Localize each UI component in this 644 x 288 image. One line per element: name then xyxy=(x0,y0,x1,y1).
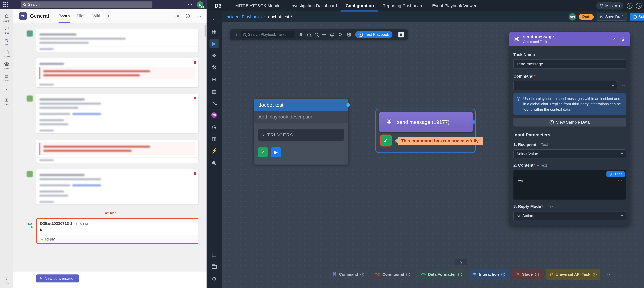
editor-avatar[interactable]: NW xyxy=(569,13,576,21)
reply-row[interactable] xyxy=(36,128,198,133)
sidebar-automation-icon[interactable]: ⚡ xyxy=(210,146,219,156)
user-profile-icon[interactable] xyxy=(636,3,642,9)
channel-info-icon[interactable] xyxy=(185,14,190,19)
help-icon[interactable]: ? xyxy=(458,272,462,276)
help-info-icon[interactable]: i xyxy=(627,3,632,9)
channel-more-icon[interactable]: ⋯ xyxy=(196,13,201,19)
help-icon[interactable]: ? xyxy=(360,272,364,276)
playbook-canvas[interactable]: ⠿ + − ✛ ⟳ ▶ Test Playbook xyxy=(222,22,644,288)
palette-universal-api-task[interactable]: ⇄ Universal API Task ? xyxy=(546,269,600,280)
bot-author[interactable]: D3Bot20230713-1 xyxy=(40,221,72,226)
zoom-out-icon[interactable]: − xyxy=(314,33,318,36)
new-conversation-button[interactable]: ✎ New conversation xyxy=(36,274,79,282)
sidebar-folder-icon[interactable] xyxy=(210,262,219,271)
nav-item-mitre-attck-monitor[interactable]: MITRE ATT&CK Monitor xyxy=(231,0,286,12)
sidebar-home-icon[interactable]: ⌂ xyxy=(210,15,219,24)
tab-wiki[interactable]: Wiki xyxy=(92,9,100,23)
reply-row[interactable] xyxy=(36,199,198,204)
breadcrumb-incident-playbooks[interactable]: Incident Playbooks xyxy=(226,14,262,19)
zoom-in-icon[interactable]: + xyxy=(307,33,311,36)
sidebar-dashboard-icon[interactable]: ▦ xyxy=(210,27,219,36)
refresh-icon[interactable]: ⟳ xyxy=(338,32,342,37)
sidebar-windows-icon[interactable]: ❐ xyxy=(210,250,219,260)
content-more-icon[interactable]: ⋯ xyxy=(618,178,622,183)
rail-item-calendar[interactable]: Calendar xyxy=(0,48,13,60)
help-icon[interactable]: ? xyxy=(593,272,596,276)
help-icon[interactable]: ? xyxy=(406,272,410,276)
drag-handle-icon[interactable]: ⠿ xyxy=(234,32,237,37)
meet-camera-icon[interactable] xyxy=(174,13,179,19)
teams-search-bar[interactable] xyxy=(21,2,152,8)
rail-item-teams[interactable]: Teams xyxy=(0,36,13,48)
playbook-play-button[interactable]: ▶ xyxy=(271,147,281,157)
reply-button[interactable]: ↩ Reply xyxy=(37,235,198,243)
rail-item-help[interactable]: ? Help xyxy=(0,274,13,286)
palette-command[interactable]: ⌘ Command ? xyxy=(328,269,368,280)
sidebar-integrations-icon[interactable]: ❖ xyxy=(210,51,219,60)
rail-item-files[interactable]: ▤ Files xyxy=(0,72,13,83)
task-node-selection[interactable]: ⌘ send message (19177) ✓ This command ha… xyxy=(375,109,476,153)
more-options-icon[interactable]: ⋯ xyxy=(188,2,192,7)
rail-item-apps[interactable]: ⊞ Apps xyxy=(0,95,13,107)
palette-more-icon[interactable]: ⋯ xyxy=(605,271,610,277)
teams-user-avatar[interactable]: S xyxy=(197,1,203,8)
rail-item-more[interactable]: ⋯ xyxy=(0,84,13,95)
palette-data-formatter[interactable]: </> Data Formatter ? xyxy=(417,269,466,280)
save-draft-button[interactable]: Save Draft xyxy=(596,13,627,21)
command-select[interactable]: ▾ xyxy=(513,81,617,90)
palette-conditional[interactable]: ⌥ Conditional ? xyxy=(371,269,414,280)
triggers-section[interactable]: › TRIGGERS xyxy=(258,129,344,141)
content-textarea[interactable]: test ⋯ xyxy=(515,177,625,198)
confirm-icon[interactable]: ✓ xyxy=(612,36,616,42)
test-parameter-button[interactable]: ⚡ Test xyxy=(606,171,625,177)
palette-stage[interactable]: ⚑ Stage ? xyxy=(512,269,542,280)
team-avatar[interactable]: MS xyxy=(19,12,27,20)
teams-search-input[interactable] xyxy=(28,2,150,7)
print-icon[interactable] xyxy=(330,32,335,37)
visibility-icon[interactable] xyxy=(298,32,303,37)
sidebar-playbook-editor-icon[interactable]: ▶ xyxy=(210,39,219,48)
nav-item-event-playbook-viewer[interactable]: Event Playbook Viewer xyxy=(428,0,481,12)
sidebar-utilities-icon[interactable]: ⚒ xyxy=(210,62,219,72)
sidebar-live-feed-icon[interactable]: ♒ xyxy=(210,110,219,120)
output-port[interactable] xyxy=(346,103,350,107)
task-name-input[interactable] xyxy=(513,59,626,68)
stop-test-button[interactable] xyxy=(398,32,404,37)
send-message-task-node[interactable]: ⌘ send message (19177) xyxy=(379,112,473,132)
sidebar-ai-icon[interactable]: ◉ xyxy=(210,158,219,168)
task-output-port[interactable] xyxy=(471,120,475,124)
sidebar-connections-icon[interactable]: ⌥ xyxy=(210,98,219,108)
collapse-toolbar-button[interactable]: ∨ xyxy=(455,259,468,265)
reply-row[interactable] xyxy=(36,46,198,52)
help-icon[interactable]: ? xyxy=(501,272,505,276)
tab-posts[interactable]: Posts xyxy=(58,9,70,23)
task-success-badge[interactable]: ✓ xyxy=(381,136,391,146)
playbook-node-header[interactable]: docbot test xyxy=(254,99,348,111)
playbook-root-node[interactable]: docbot test Add playbook description › T… xyxy=(254,99,348,165)
nav-item-configuration[interactable]: Configuration xyxy=(342,0,378,12)
task-search-box[interactable] xyxy=(240,31,294,38)
nav-item-investigation-dashboard[interactable]: Investigation Dashboard xyxy=(286,0,342,12)
sidebar-data-sources-icon[interactable]: ▤ xyxy=(210,86,219,96)
app-launcher-icon[interactable] xyxy=(3,2,8,7)
rail-item-calls[interactable]: ☎ Calls xyxy=(0,60,13,72)
rail-item-chat[interactable]: Chat xyxy=(0,24,13,36)
reply-mode-select[interactable]: No Action ▾ xyxy=(513,211,626,220)
sidebar-history-icon[interactable]: ◷ xyxy=(210,122,219,132)
add-tab-button[interactable]: + xyxy=(107,9,110,23)
reply-row[interactable] xyxy=(36,157,198,163)
command-more-icon[interactable]: ⋯ xyxy=(620,83,626,88)
trash-icon[interactable] xyxy=(621,37,626,41)
sidebar-reports-icon[interactable]: ▥ xyxy=(210,134,219,144)
recipient-select[interactable]: Select Value... ▾ xyxy=(513,150,626,159)
task-search-input[interactable] xyxy=(248,32,292,37)
submit-button[interactable]: + Submit xyxy=(630,13,644,21)
help-icon[interactable]: ? xyxy=(535,272,539,276)
sidebar-settings-icon[interactable]: ⚙ xyxy=(210,274,219,283)
language-globe-icon[interactable] xyxy=(346,32,352,37)
fit-view-icon[interactable]: ✛ xyxy=(322,32,326,37)
reply-row[interactable] xyxy=(36,82,198,87)
nav-item-reporting-dashboard[interactable]: Reporting Dashboard xyxy=(378,0,428,12)
view-sample-data-button[interactable]: ? View Sample Data xyxy=(513,118,626,126)
scrollbar-thumb[interactable] xyxy=(204,25,206,37)
